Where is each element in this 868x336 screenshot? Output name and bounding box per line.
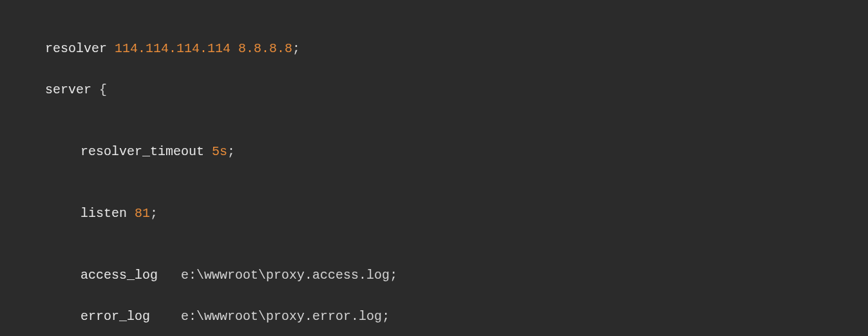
open-brace: {	[91, 82, 107, 97]
error-log-path: e:\wwwroot\proxy.error.log	[181, 309, 382, 324]
directive-access-log: access_log	[80, 268, 158, 283]
semicolon: ;	[382, 309, 390, 324]
nginx-config-code: resolver 114.114.114.114 8.8.8.8; server…	[45, 18, 868, 336]
directive-resolver-timeout: resolver_timeout	[80, 144, 204, 159]
code-line-resolver: resolver 114.114.114.114 8.8.8.8;	[45, 39, 868, 59]
resolver-ips: 114.114.114.114 8.8.8.8	[115, 41, 292, 56]
directive-error-log: error_log	[80, 309, 150, 324]
code-line-error-log: error_log e:\wwwroot\proxy.error.log;	[45, 306, 868, 327]
code-line-server: server {	[45, 80, 868, 100]
semicolon: ;	[227, 144, 235, 159]
code-line-resolver-timeout: resolver_timeout 5s;	[45, 142, 868, 162]
semicolon: ;	[390, 268, 397, 283]
semicolon: ;	[292, 41, 300, 56]
code-line-access-log: access_log e:\wwwroot\proxy.access.log;	[45, 265, 868, 286]
semicolon: ;	[150, 206, 158, 221]
spacer	[150, 309, 173, 324]
code-line-listen: listen 81;	[45, 203, 868, 224]
spacer	[158, 268, 173, 283]
directive-listen: listen	[80, 206, 127, 221]
directive-resolver: resolver	[45, 41, 107, 56]
timeout-value: 5s	[212, 144, 227, 159]
port-value: 81	[135, 206, 150, 221]
directive-server: server	[45, 82, 91, 97]
access-log-path: e:\wwwroot\proxy.access.log	[181, 268, 390, 283]
